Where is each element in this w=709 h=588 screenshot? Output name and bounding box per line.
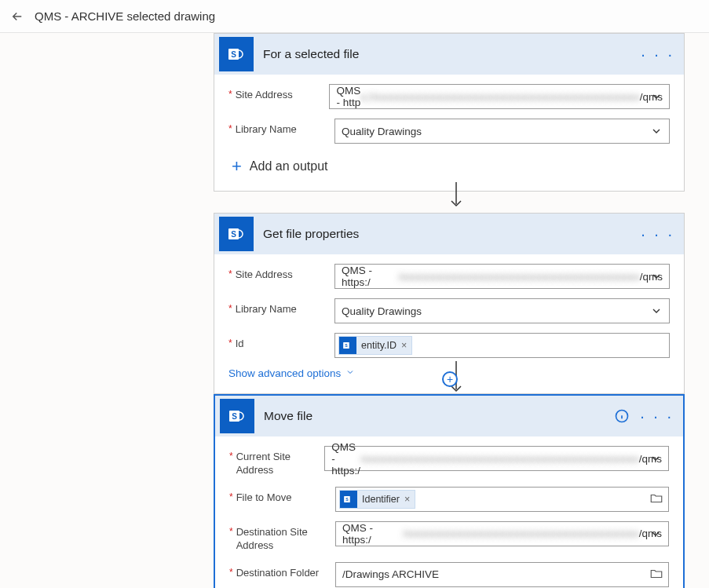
id-label: Id	[236, 338, 244, 351]
chevron-down-icon	[649, 528, 662, 540]
token-remove-icon[interactable]: ×	[404, 494, 410, 505]
plus-icon: +	[232, 156, 242, 177]
svg-text:S: S	[231, 50, 236, 59]
chevron-down-icon	[345, 367, 355, 379]
svg-text:S: S	[232, 412, 237, 421]
sharepoint-icon: S	[219, 37, 254, 71]
card-title: For a selected file	[263, 47, 639, 61]
file-to-move-label: File to Move	[236, 491, 292, 505]
site-address-label: Site Address	[236, 89, 293, 102]
current-site-select[interactable]: QMS - https://xxxxxxxxxxxxxxxxxxxxxxxxxx…	[324, 446, 669, 471]
back-button[interactable]	[8, 7, 27, 26]
svg-text:S: S	[345, 343, 348, 348]
card-header[interactable]: S Move file · · ·	[215, 396, 683, 436]
card-header[interactable]: S Get file properties · · ·	[214, 214, 684, 254]
dest-site-select[interactable]: QMS - https://xxxxxxxxxxxxxxxxxxxxxxxxxx…	[335, 521, 669, 546]
add-action-button[interactable]: +	[442, 371, 458, 387]
library-name-label: Library Name	[236, 123, 297, 137]
site-address-select[interactable]: QMS - https://xxxxxxxxxxxxxxxxxxxxxxxxxx…	[334, 264, 670, 289]
dest-folder-input[interactable]: /Drawings ARCHIVE	[335, 562, 669, 587]
file-to-move-input[interactable]: S Identifier ×	[335, 487, 669, 512]
folder-picker-icon[interactable]	[649, 567, 663, 584]
library-name-select[interactable]: Quality Drawings	[334, 119, 670, 144]
folder-picker-icon[interactable]	[649, 491, 663, 509]
sharepoint-icon: S	[340, 491, 357, 508]
move-file-card: S Move file · · · *Current Site Address …	[214, 394, 685, 588]
trigger-card: S For a selected file · · · *Site Addres…	[214, 33, 685, 192]
top-bar: QMS - ARCHIVE selected drawing	[0, 0, 709, 33]
sharepoint-icon: S	[339, 337, 356, 354]
library-name-label: Library Name	[236, 303, 297, 316]
library-name-select[interactable]: Quality Drawings	[334, 298, 670, 323]
card-more-icon[interactable]: · · ·	[638, 407, 675, 425]
id-input[interactable]: S entity.ID ×	[334, 333, 670, 358]
chevron-down-icon	[650, 305, 663, 317]
card-title: Move file	[264, 409, 612, 423]
dest-folder-label: Destination Folder	[236, 567, 320, 580]
page-title: QMS - ARCHIVE selected drawing	[35, 9, 215, 23]
card-more-icon[interactable]: · · ·	[639, 225, 676, 243]
sharepoint-icon: S	[219, 217, 254, 251]
dest-site-label: Destination Site Address	[236, 526, 335, 553]
site-address-label: Site Address	[236, 268, 293, 282]
card-more-icon[interactable]: · · ·	[639, 46, 676, 64]
dynamic-token[interactable]: S entity.ID ×	[338, 336, 412, 355]
svg-text:S: S	[231, 230, 236, 239]
site-address-select[interactable]: QMS - https://xxxxxxxxxxxxxxxxxxxxxxxxxx…	[329, 84, 670, 109]
chevron-down-icon	[650, 90, 663, 103]
add-output-button[interactable]: + Add an output	[232, 156, 670, 177]
chevron-down-icon	[650, 125, 663, 137]
chevron-down-icon	[650, 270, 663, 283]
card-header[interactable]: S For a selected file · · ·	[214, 34, 684, 75]
svg-text:S: S	[345, 497, 349, 502]
flow-arrow-icon	[449, 182, 463, 212]
dynamic-token[interactable]: S Identifier ×	[339, 490, 415, 509]
current-site-label: Current Site Address	[236, 451, 325, 477]
token-remove-icon[interactable]: ×	[401, 340, 407, 351]
sharepoint-icon: S	[220, 399, 254, 433]
chevron-down-icon	[649, 452, 662, 465]
info-icon[interactable]	[612, 406, 632, 426]
card-title: Get file properties	[263, 227, 639, 241]
